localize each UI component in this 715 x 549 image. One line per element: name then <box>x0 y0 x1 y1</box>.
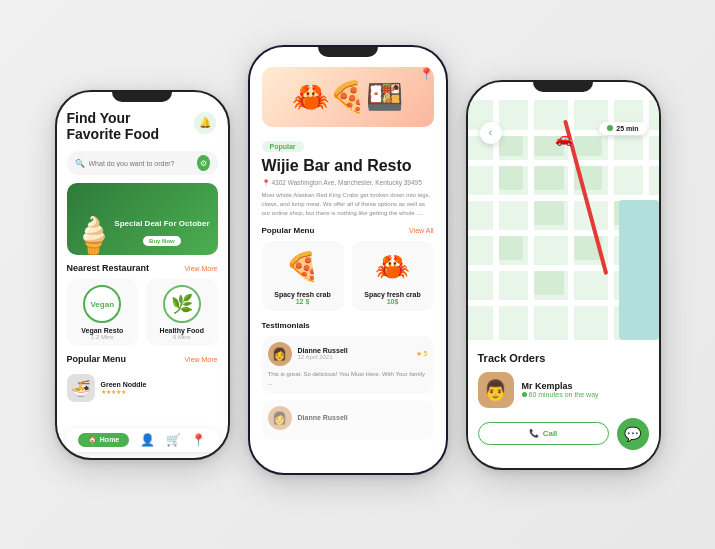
restaurant-address: 📍 4302 Washington Ave, Manchester, Kentu… <box>262 179 434 187</box>
chat-button[interactable]: 💬 <box>617 418 649 450</box>
phone-icon: 📞 <box>529 429 539 438</box>
testimonial-1: 👩 Dianne Russell 12 April 2021 ★ 5 This … <box>262 336 434 394</box>
driver-card: 👨 Mr Kemplas 60 minutes on the way <box>478 372 649 408</box>
popular-menu-title: Popular Menu <box>67 354 127 364</box>
banner-button[interactable]: Buy Now <box>143 236 181 246</box>
call-button[interactable]: 📞 Call <box>478 422 609 445</box>
menu-card-image-1: 🍕 <box>280 247 326 287</box>
nav-cart-icon[interactable]: 🛒 <box>166 433 181 447</box>
restaurant-description: Most whole Alaskan Red King Crabs get br… <box>262 191 434 218</box>
nearest-restaurant-header: Nearest Restaurant View More <box>67 263 218 273</box>
testimonials-header: Testimonials <box>262 321 434 330</box>
menu-card-image-2: 🦀 <box>370 247 416 287</box>
nearest-view-more[interactable]: View More <box>185 265 218 272</box>
home-icon: 🏠 <box>88 436 97 444</box>
menu-card-2[interactable]: 🦀 Spacy fresh crab 10$ <box>352 241 434 311</box>
menu-card-name-2: Spacy fresh crab <box>364 291 420 298</box>
testimonial-name-2: Dianne Russell <box>298 414 348 421</box>
testimonial-date-1: 12 April 2021 <box>298 354 348 360</box>
healthy-logo: 🌿 <box>163 285 201 323</box>
eta-time: 25 min <box>616 125 638 132</box>
restaurant-name: Wijie Bar and Resto <box>262 156 434 175</box>
testimonial-name-1: Dianne Russell <box>298 347 348 354</box>
driver-avatar: 👨 <box>478 372 514 408</box>
menu-card-name-1: Spacy fresh crab <box>274 291 330 298</box>
banner-title: Special Deal For October <box>114 219 209 229</box>
testimonial-2: 👩 Dianne Russell <box>262 400 434 440</box>
menu-item-name-1: Green Noddle <box>101 381 147 388</box>
phone-3: 🚗 ‹ 25 min Track Orders 👨 Mr Kemplas 60 <box>466 80 661 470</box>
nearest-restaurant-title: Nearest Restaurant <box>67 263 150 273</box>
nav-home[interactable]: 🏠 Home <box>78 433 129 447</box>
home-label: Home <box>100 436 119 443</box>
delivery-car-icon: 🚗 <box>555 130 572 146</box>
search-input[interactable] <box>89 160 197 167</box>
driver-name: Mr Kemplas <box>522 381 599 391</box>
back-icon: ‹ <box>489 127 492 138</box>
testimonial-avatar-2: 👩 <box>268 406 292 430</box>
action-buttons: 📞 Call 💬 <box>478 418 649 450</box>
track-orders-panel: Track Orders 👨 Mr Kemplas 60 minutes on … <box>468 340 659 462</box>
search-icon: 🔍 <box>75 159 85 168</box>
promo-banner[interactable]: 🍦 Special Deal For October Buy Now <box>67 183 218 255</box>
popular-badge: Popular <box>262 141 304 152</box>
restaurant-card-healthy[interactable]: 🌿 Healthy Food 6 Mins <box>146 279 218 346</box>
banner-image: 🍦 <box>71 215 116 255</box>
back-button[interactable]: ‹ <box>480 122 502 144</box>
menu-card-price-1: 12 $ <box>296 298 310 305</box>
phone-1: 🔔 Find Your Favorite Food 🔍 ⚙ 🍦 Special … <box>55 90 230 460</box>
testimonial-avatar-1: 👩 <box>268 342 292 366</box>
popular-menu-header: Popular Menu View More <box>67 354 218 364</box>
nav-location-icon[interactable]: 📍 <box>191 433 206 447</box>
menu-item-stars-1: ★★★★★ <box>101 388 147 395</box>
restaurant-card-vegan[interactable]: Vegan Vegan Resto 1.2 Mins <box>67 279 139 346</box>
chat-icon: 💬 <box>624 426 641 442</box>
restaurant-name-1: Vegan Resto <box>81 327 123 334</box>
nav-profile-icon[interactable]: 👤 <box>140 433 155 447</box>
restaurant-dist-1: 1.2 Mins <box>91 334 114 340</box>
status-dot <box>522 392 527 397</box>
restaurant-dist-2: 6 Mins <box>173 334 191 340</box>
driver-status: 60 minutes on the way <box>522 391 599 398</box>
filter-button[interactable]: ⚙ <box>197 155 210 171</box>
testimonial-text-1: This is great. So delicious! You Must He… <box>268 370 428 388</box>
vegan-logo: Vegan <box>83 285 121 323</box>
popular-view-more[interactable]: View More <box>185 356 218 363</box>
popular-menu-title: Popular Menu <box>262 226 315 235</box>
search-bar[interactable]: 🔍 ⚙ <box>67 151 218 175</box>
restaurant-hero-image: 🦀🍕🍱 <box>262 67 434 127</box>
track-orders-title: Track Orders <box>478 352 649 364</box>
bottom-navbar: 🏠 Home 👤 🛒 📍 <box>65 428 220 452</box>
testimonial-header-2: 👩 Dianne Russell <box>268 406 428 430</box>
menu-card-price-2: 10$ <box>387 298 399 305</box>
restaurant-list: Vegan Vegan Resto 1.2 Mins 🌿 Healthy Foo… <box>67 279 218 346</box>
menu-item-1[interactable]: 🍜 Green Noddle ★★★★★ <box>67 370 218 406</box>
testimonials-title: Testimonials <box>262 321 310 330</box>
popular-menu-header: Popular Menu View All <box>262 226 434 235</box>
testimonial-header-1: 👩 Dianne Russell 12 April 2021 ★ 5 <box>268 342 428 366</box>
bell-icon: 🔔 <box>199 117 211 128</box>
eta-dot <box>607 125 613 131</box>
restaurant-name-2: Healthy Food <box>160 327 204 334</box>
phone-2: 🦀🍕🍱 📍 Popular Wijie Bar and Resto 📍 4302… <box>248 45 448 475</box>
menu-card-1[interactable]: 🍕 Spacy fresh crab 12 $ <box>262 241 344 311</box>
eta-badge: 25 min <box>599 122 646 135</box>
call-label: Call <box>543 429 558 438</box>
map-view: 🚗 ‹ 25 min <box>468 100 659 340</box>
menu-item-image-1: 🍜 <box>67 374 95 402</box>
testimonial-stars-1: ★ 5 <box>416 350 428 358</box>
notification-bell[interactable]: 🔔 <box>194 112 216 134</box>
address-pin-icon: 📍 <box>262 179 270 187</box>
location-pin-icon[interactable]: 📍 <box>419 67 434 81</box>
menu-cards: 🍕 Spacy fresh crab 12 $ 🦀 Spacy fresh cr… <box>262 241 434 311</box>
view-all-link[interactable]: View All <box>409 227 433 234</box>
